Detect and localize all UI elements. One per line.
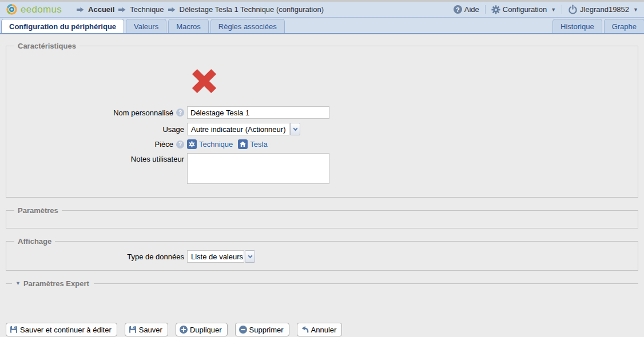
cancel-label: Annuler (311, 326, 337, 334)
duplicate-button[interactable]: Dupliquer (176, 323, 228, 336)
notes-utilisateur-label: Notes utilisateur (131, 155, 184, 163)
user-name: Jlegrand19852 (580, 5, 629, 14)
save-label: Sauver (139, 326, 162, 334)
type-de-donnees-dropdown-button[interactable] (245, 250, 255, 263)
notes-utilisateur-textarea[interactable] (187, 153, 329, 184)
type-de-donnees-selected-value[interactable]: Liste de valeurs (187, 250, 244, 263)
section-affichage: Affichage Type de données Liste de valeu… (6, 237, 638, 271)
usage-label: Usage (162, 125, 184, 134)
minus-circle-icon (238, 325, 248, 334)
top-header-bar: eedomus Accueil Technique Délestage Tesl… (0, 2, 644, 18)
user-menu[interactable]: Jlegrand19852 ▼ (568, 5, 638, 14)
row-nom-personnalise: Nom personnalisé ? (6, 106, 638, 119)
nom-personnalise-label: Nom personnalisé (113, 109, 173, 117)
chevron-down-icon: ▼ (633, 7, 638, 13)
breadcrumb-accueil[interactable]: Accueil (88, 5, 114, 14)
piece-label: Pièce (154, 140, 173, 149)
breadcrumb-arrow-icon (168, 7, 176, 13)
configuration-label: Configuration (503, 5, 547, 14)
duplicate-label: Dupliquer (190, 326, 222, 334)
section-caracteristiques: Caractéristiques Nom personnalisé ? Usag… (6, 42, 638, 198)
tab-graphe[interactable]: Graphe (604, 19, 644, 33)
breadcrumb-arrow-icon (77, 7, 84, 13)
help-menu[interactable]: ? Aide (454, 5, 479, 14)
piece-help-icon[interactable]: ? (176, 141, 184, 149)
row-piece: Pièce ? (6, 139, 638, 149)
save-icon (128, 325, 137, 334)
tab-macros[interactable]: Macros (168, 19, 209, 33)
expert-line-left (6, 283, 12, 284)
piece-link-tesla[interactable]: Tesla (250, 140, 267, 149)
configuration-menu[interactable]: Configuration ▼ (491, 5, 556, 14)
eedomus-logo-icon (6, 3, 18, 15)
type-de-donnees-label: Type de données (127, 252, 184, 261)
header-separator (485, 5, 486, 14)
delete-label: Supprimer (249, 326, 284, 334)
breadcrumb: Accueil Technique Délestage Tesla 1 Tech… (77, 5, 324, 14)
section-affichage-legend: Affichage (14, 237, 55, 246)
cancel-button[interactable]: Annuler (297, 323, 343, 336)
type-de-donnees-select[interactable]: Liste de valeurs (187, 250, 255, 263)
tesla-room-house-icon (238, 139, 248, 149)
tab-configuration-du-peripherique[interactable]: Configuration du périphérique (1, 19, 124, 33)
tab-historique[interactable]: Historique (552, 19, 602, 33)
row-usage: Usage Autre indicateur (Actionneur) (6, 123, 638, 135)
action-button-bar: Sauver et continuer à éditer Sauver Du (6, 323, 644, 336)
technique-room-gear-icon (187, 139, 197, 149)
tab-bar: Configuration du périphérique Valeurs Ma… (0, 18, 644, 34)
nom-help-icon[interactable]: ? (176, 109, 184, 117)
plus-circle-icon (179, 325, 188, 334)
help-label: Aide (464, 5, 479, 14)
save-and-continue-button[interactable]: Sauver et continuer à éditer (6, 323, 117, 336)
eedomus-logo[interactable]: eedomus (6, 3, 62, 15)
save-icon (9, 325, 18, 334)
delete-button[interactable]: Supprimer (235, 323, 289, 336)
main-content: Caractéristiques Nom personnalisé ? Usag… (0, 34, 644, 336)
undo-arrow-icon (300, 325, 309, 334)
row-type-de-donnees: Type de données Liste de valeurs (6, 250, 638, 263)
gear-icon (491, 5, 500, 14)
usage-select[interactable]: Autre indicateur (Actionneur) (187, 123, 300, 135)
tab-valeurs[interactable]: Valeurs (126, 19, 166, 33)
save-and-continue-label: Sauver et continuer à éditer (20, 326, 112, 334)
power-icon (568, 5, 578, 14)
header-menu: ? Aide (454, 5, 638, 14)
eedomus-logo-text: eedomus (21, 4, 62, 15)
section-parametres: Paramètres (6, 206, 638, 228)
device-image-missing-icon (189, 66, 638, 96)
breadcrumb-current-page: Délestage Tesla 1 Technique (configurati… (180, 5, 324, 14)
breadcrumb-technique[interactable]: Technique (130, 5, 164, 14)
help-icon: ? (454, 5, 462, 14)
usage-selected-value[interactable]: Autre indicateur (Actionneur) (187, 123, 289, 135)
usage-dropdown-button[interactable] (290, 123, 300, 135)
header-separator (562, 5, 562, 14)
section-parametres-expert-legend[interactable]: Paramètres Expert (23, 279, 89, 288)
chevron-down-icon: ▼ (551, 7, 556, 13)
row-notes-utilisateur: Notes utilisateur (6, 153, 638, 184)
tab-regles-associees[interactable]: Règles associées (210, 19, 285, 33)
section-caracteristiques-legend: Caractéristiques (14, 42, 79, 50)
tab-bar-right: Historique Graphe (552, 19, 644, 33)
piece-link-technique[interactable]: Technique (199, 140, 233, 149)
breadcrumb-arrow-icon (118, 7, 126, 13)
expert-line-right (94, 283, 638, 284)
expert-collapse-triangle-icon[interactable]: ▼ (15, 280, 21, 286)
section-parametres-legend: Paramètres (14, 206, 62, 215)
nom-personnalise-input[interactable] (187, 106, 329, 119)
section-parametres-expert: ▼ Paramètres Expert (6, 279, 638, 287)
save-button[interactable]: Sauver (125, 323, 168, 336)
